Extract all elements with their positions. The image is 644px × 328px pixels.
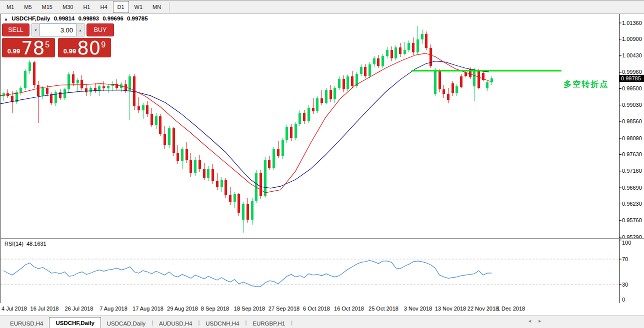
- tab-separator: |: [291, 320, 292, 326]
- timeframe-button-m5[interactable]: M5: [20, 1, 36, 13]
- candle: [164, 126, 166, 149]
- candle: [102, 81, 105, 90]
- date-tick-label: 22 Nov 2018: [468, 306, 498, 312]
- candle: [478, 69, 480, 89]
- price-tick-label: 0.97160: [622, 168, 642, 174]
- candle: [346, 74, 349, 91]
- one-click-trading-widget: SELL ▼ ▲ BUY 0.99 78 5 0.99 80 9: [2, 23, 114, 57]
- buy-price-prefix: 0.99: [64, 47, 76, 55]
- candle: [112, 81, 114, 91]
- chart-symbol-period: USDCHF,Daily: [12, 15, 50, 21]
- volume-stepper: ▼ ▲: [32, 23, 84, 35]
- candle: [294, 122, 297, 140]
- candle: [303, 110, 306, 124]
- sell-price-big: 78: [21, 39, 44, 57]
- tab-scroll-right-button[interactable]: ►: [538, 319, 542, 324]
- candle: [364, 64, 366, 78]
- candle: [282, 138, 284, 159]
- candle: [251, 198, 254, 225]
- price-tick-label: 0.98560: [622, 118, 642, 124]
- candle: [399, 43, 402, 57]
- candle: [181, 147, 184, 169]
- candle: [6, 89, 9, 98]
- collapse-icon[interactable]: ▲: [4, 17, 8, 21]
- candle: [412, 37, 414, 55]
- candle: [37, 81, 40, 123]
- sell-button[interactable]: SELL: [2, 23, 30, 36]
- volume-decrease-button[interactable]: ▼: [32, 23, 40, 36]
- candle: [128, 74, 131, 119]
- volume-input[interactable]: [40, 23, 76, 36]
- date-axis[interactable]: 4 Jul 201816 Jul 201826 Jul 20187 Aug 20…: [0, 303, 644, 315]
- date-tick-label: 26 Jul 2018: [65, 306, 94, 312]
- rsi-value: 48.1631: [26, 241, 46, 247]
- current-price-badge: 0.99785: [620, 75, 644, 82]
- candle: [224, 178, 227, 198]
- timeframe-button-h4[interactable]: H4: [96, 1, 112, 13]
- candle: [416, 26, 419, 54]
- tab-usdcnh-h4[interactable]: USDCNH,H4: [200, 319, 245, 328]
- candle: [368, 62, 371, 78]
- candle: [482, 71, 484, 81]
- candle: [68, 72, 70, 92]
- timeframe-button-w1[interactable]: W1: [130, 1, 148, 13]
- rsi-tick-label: 30: [622, 282, 628, 288]
- buy-button[interactable]: BUY: [86, 23, 114, 36]
- candle: [298, 110, 301, 126]
- candle: [460, 74, 462, 89]
- candle: [64, 88, 66, 100]
- timeframe-button-mn[interactable]: MN: [148, 1, 166, 13]
- timeframe-button-m15[interactable]: M15: [38, 1, 57, 13]
- candle: [11, 91, 14, 113]
- candle: [194, 157, 196, 176]
- rsi-indicator-label: RSI(14) 48.1631: [4, 241, 48, 247]
- price-tick-label: 0.98090: [622, 135, 642, 141]
- candle: [216, 173, 218, 190]
- tab-audusd-h4[interactable]: AUDUSD,H4: [153, 319, 198, 328]
- candle: [456, 84, 458, 96]
- candle: [142, 103, 144, 119]
- tab-usdcad-daily[interactable]: USDCAD,Daily: [101, 319, 152, 328]
- price-tick-label: 0.96690: [622, 185, 642, 191]
- candle: [338, 76, 340, 90]
- rsi-panel[interactable]: RSI(14) 48.1631 10070300: [0, 239, 644, 303]
- candle: [382, 54, 384, 68]
- sell-price-prefix: 0.99: [8, 47, 20, 55]
- chart-title: ▲ USDCHF,Daily 0.99814 0.99893 0.99696 0…: [4, 15, 150, 21]
- candle: [330, 85, 332, 102]
- tab-scroll-arrows: ◄ ►: [528, 319, 546, 324]
- price-tick-label: 0.96230: [622, 201, 642, 207]
- price-tick-label: 0.99960: [622, 69, 642, 75]
- candle: [212, 164, 214, 184]
- timeframe-button-m30[interactable]: M30: [58, 1, 78, 13]
- ohlc-high: 0.99893: [78, 15, 99, 21]
- candle: [72, 71, 74, 86]
- candle: [408, 40, 410, 52]
- sell-price-panel[interactable]: 0.99 78 5: [2, 38, 55, 57]
- tab-eurgbp-h1[interactable]: EURGBP,H1: [246, 319, 291, 328]
- chart-window[interactable]: ▲ USDCHF,Daily 0.99814 0.99893 0.99696 0…: [0, 14, 644, 238]
- candle: [120, 82, 122, 92]
- candle: [386, 47, 388, 58]
- candle: [234, 192, 236, 208]
- candle: [486, 81, 488, 91]
- buy-price-panel[interactable]: 0.99 80 9: [58, 38, 111, 57]
- volume-increase-button[interactable]: ▲: [76, 23, 84, 36]
- timeframe-button-d1[interactable]: D1: [113, 1, 129, 13]
- candle: [229, 187, 232, 205]
- candle: [316, 96, 318, 113]
- tab-eurusd-h4[interactable]: EURUSD,H4: [4, 319, 49, 328]
- price-tick-label: 0.95760: [622, 217, 642, 223]
- rsi-chart-canvas[interactable]: [0, 239, 644, 303]
- candle: [85, 84, 88, 96]
- candle: [452, 81, 454, 96]
- candle: [377, 55, 380, 68]
- candle: [342, 75, 345, 92]
- tab-scroll-left-button[interactable]: ◄: [528, 319, 532, 324]
- timeframe-button-m1[interactable]: M1: [2, 1, 18, 13]
- timeframe-button-h1[interactable]: H1: [78, 1, 94, 13]
- candle: [334, 86, 336, 103]
- tab-usdchf-daily[interactable]: USDCHF,Daily: [49, 317, 100, 328]
- chart-tabs-bar: EURUSD,H4USDCHF,DailyUSDCAD,Daily|AUDUSD…: [0, 315, 644, 328]
- price-tick-label: 1.00430: [622, 52, 642, 58]
